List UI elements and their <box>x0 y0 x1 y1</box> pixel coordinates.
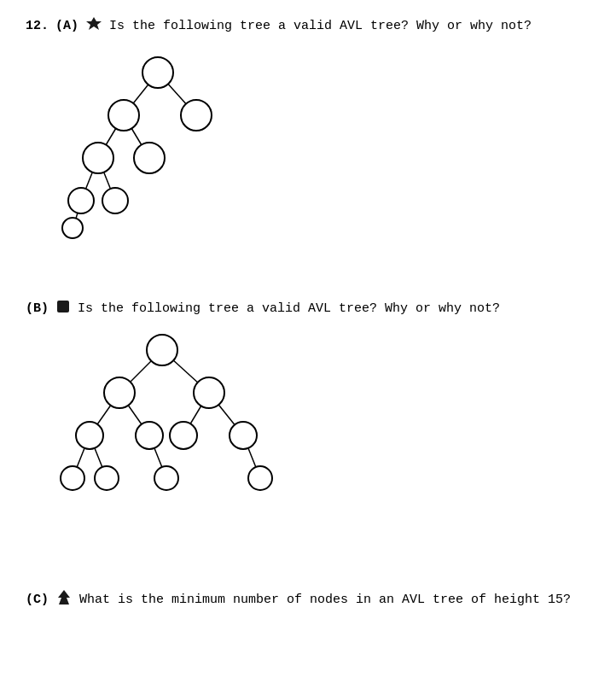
part-c-icon <box>55 589 73 610</box>
part-c-label: (C) <box>26 593 49 607</box>
tree-b <box>60 329 590 521</box>
svg-point-11 <box>83 143 113 173</box>
svg-point-31 <box>136 422 163 449</box>
part-a-section: 12. (A) Is the following tree a valid AV… <box>26 15 590 248</box>
svg-marker-38 <box>58 590 70 604</box>
part-b-section: (B) Is the following tree a valid AVL tr… <box>26 299 590 521</box>
part-c-header: (C) What is the minimum number of nodes … <box>26 589 590 610</box>
svg-point-28 <box>104 377 135 408</box>
svg-point-14 <box>102 188 128 213</box>
svg-point-34 <box>61 466 84 490</box>
svg-point-10 <box>181 100 212 131</box>
tree-a <box>60 47 590 248</box>
part-a-question: Is the following tree a valid AVL tree? … <box>109 19 532 33</box>
part-b-icon <box>55 299 71 318</box>
svg-point-9 <box>108 100 139 131</box>
svg-marker-0 <box>86 17 102 30</box>
part-b-header: (B) Is the following tree a valid AVL tr… <box>26 299 590 318</box>
svg-point-29 <box>194 377 224 408</box>
part-a-number: 12. <box>26 19 49 33</box>
part-c-section: (C) What is the minimum number of nodes … <box>26 589 590 610</box>
svg-rect-16 <box>57 301 69 312</box>
svg-point-33 <box>230 422 257 449</box>
svg-point-13 <box>68 188 94 213</box>
svg-point-15 <box>62 218 83 238</box>
svg-point-12 <box>134 143 165 173</box>
svg-point-32 <box>170 422 197 449</box>
svg-point-35 <box>95 466 119 490</box>
part-c-question: What is the minimum number of nodes in a… <box>79 593 571 607</box>
svg-point-30 <box>76 422 103 449</box>
part-a-label: (A) <box>55 19 78 33</box>
part-a-icon <box>85 15 102 37</box>
part-b-label: (B) <box>26 301 49 316</box>
part-b-question: Is the following tree a valid AVL tree? … <box>78 301 500 316</box>
svg-point-36 <box>154 466 178 490</box>
svg-point-8 <box>142 57 173 88</box>
svg-point-27 <box>147 335 177 365</box>
part-a-header: 12. (A) Is the following tree a valid AV… <box>26 15 590 37</box>
svg-point-37 <box>248 466 272 490</box>
